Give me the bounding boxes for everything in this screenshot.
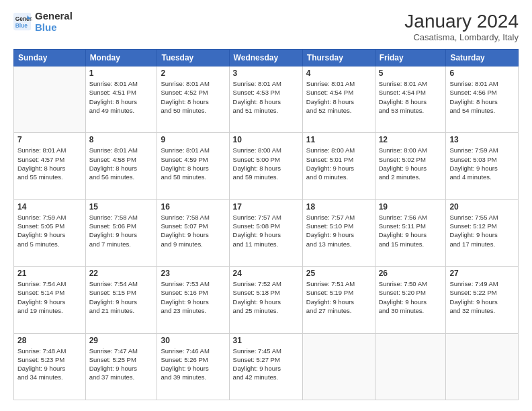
calendar-cell: 16Sunrise: 7:58 AMSunset: 5:07 PMDayligh… (157, 199, 229, 266)
logo-icon: General Blue (13, 13, 32, 32)
calendar-cell: 4Sunrise: 8:01 AMSunset: 4:54 PMDaylight… (302, 66, 375, 133)
calendar-header: Sunday Monday Tuesday Wednesday Thursday… (14, 50, 519, 66)
day-info: Sunrise: 7:46 AMSunset: 5:26 PMDaylight:… (161, 347, 225, 382)
day-number: 20 (449, 202, 515, 212)
day-number: 13 (449, 135, 515, 144)
day-number: 24 (233, 269, 299, 278)
day-info: Sunrise: 7:45 AMSunset: 5:27 PMDaylight:… (233, 347, 299, 382)
calendar-cell (14, 66, 86, 133)
page: General Blue General Blue January 2024 C… (0, 0, 532, 411)
calendar-cell: 12Sunrise: 8:00 AMSunset: 5:02 PMDayligh… (375, 133, 446, 199)
calendar-cell: 20Sunrise: 7:55 AMSunset: 5:12 PMDayligh… (446, 199, 519, 266)
day-info: Sunrise: 8:00 AMSunset: 5:00 PMDaylight:… (233, 146, 299, 181)
day-info: Sunrise: 8:01 AMSunset: 4:59 PMDaylight:… (161, 146, 225, 181)
calendar-cell: 11Sunrise: 8:00 AMSunset: 5:01 PMDayligh… (302, 133, 375, 199)
day-number: 16 (161, 202, 225, 212)
day-info: Sunrise: 7:58 AMSunset: 5:07 PMDaylight:… (161, 213, 225, 248)
calendar-table: Sunday Monday Tuesday Wednesday Thursday… (13, 49, 519, 400)
calendar-cell (302, 333, 375, 400)
day-info: Sunrise: 8:01 AMSunset: 4:58 PMDaylight:… (89, 146, 154, 181)
day-info: Sunrise: 7:54 AMSunset: 5:14 PMDaylight:… (17, 279, 82, 315)
day-number: 28 (17, 336, 82, 345)
day-info: Sunrise: 8:01 AMSunset: 4:54 PMDaylight:… (306, 79, 371, 115)
calendar-cell: 8Sunrise: 8:01 AMSunset: 4:58 PMDaylight… (85, 133, 157, 199)
calendar-cell: 21Sunrise: 7:54 AMSunset: 5:14 PMDayligh… (14, 267, 86, 333)
header-tuesday: Tuesday (157, 50, 229, 66)
day-number: 25 (306, 269, 371, 278)
calendar-cell: 9Sunrise: 8:01 AMSunset: 4:59 PMDaylight… (157, 133, 229, 199)
calendar-cell: 22Sunrise: 7:54 AMSunset: 5:15 PMDayligh… (85, 267, 157, 333)
day-number: 5 (379, 68, 443, 78)
calendar-cell: 14Sunrise: 7:59 AMSunset: 5:05 PMDayligh… (14, 199, 86, 266)
calendar-cell: 6Sunrise: 8:01 AMSunset: 4:56 PMDaylight… (446, 66, 519, 133)
day-info: Sunrise: 7:49 AMSunset: 5:22 PMDaylight:… (449, 279, 515, 315)
calendar-cell: 25Sunrise: 7:51 AMSunset: 5:19 PMDayligh… (302, 267, 375, 333)
calendar-week-3: 14Sunrise: 7:59 AMSunset: 5:05 PMDayligh… (14, 199, 519, 266)
calendar-cell: 30Sunrise: 7:46 AMSunset: 5:26 PMDayligh… (157, 333, 229, 400)
header-saturday: Saturday (446, 50, 519, 66)
calendar-cell: 1Sunrise: 8:01 AMSunset: 4:51 PMDaylight… (85, 66, 157, 133)
day-info: Sunrise: 8:01 AMSunset: 4:54 PMDaylight:… (379, 79, 443, 115)
day-info: Sunrise: 8:01 AMSunset: 4:56 PMDaylight:… (449, 79, 515, 115)
header-wednesday: Wednesday (229, 50, 302, 66)
day-number: 11 (306, 135, 371, 144)
day-number: 1 (89, 68, 154, 78)
day-info: Sunrise: 7:53 AMSunset: 5:16 PMDaylight:… (161, 279, 225, 315)
calendar-week-5: 28Sunrise: 7:48 AMSunset: 5:23 PMDayligh… (14, 333, 519, 400)
calendar-cell: 28Sunrise: 7:48 AMSunset: 5:23 PMDayligh… (14, 333, 86, 400)
calendar-week-2: 7Sunrise: 8:01 AMSunset: 4:57 PMDaylight… (14, 133, 519, 199)
day-number: 7 (17, 135, 82, 144)
header-friday: Friday (375, 50, 446, 66)
day-number: 19 (379, 202, 443, 212)
calendar-cell: 17Sunrise: 7:57 AMSunset: 5:08 PMDayligh… (229, 199, 302, 266)
calendar-cell: 2Sunrise: 8:01 AMSunset: 4:52 PMDaylight… (157, 66, 229, 133)
calendar-cell: 31Sunrise: 7:45 AMSunset: 5:27 PMDayligh… (229, 333, 302, 400)
day-info: Sunrise: 7:59 AMSunset: 5:03 PMDaylight:… (449, 146, 515, 181)
day-info: Sunrise: 7:48 AMSunset: 5:23 PMDaylight:… (17, 347, 82, 382)
day-info: Sunrise: 7:55 AMSunset: 5:12 PMDaylight:… (449, 213, 515, 248)
day-info: Sunrise: 7:47 AMSunset: 5:25 PMDaylight:… (89, 347, 154, 382)
calendar-week-1: 1Sunrise: 8:01 AMSunset: 4:51 PMDaylight… (14, 66, 519, 133)
day-info: Sunrise: 7:57 AMSunset: 5:08 PMDaylight:… (233, 213, 299, 248)
day-number: 12 (379, 135, 443, 144)
calendar-week-4: 21Sunrise: 7:54 AMSunset: 5:14 PMDayligh… (14, 267, 519, 333)
day-number: 21 (17, 269, 82, 278)
day-number: 31 (233, 336, 299, 345)
calendar-cell (446, 333, 519, 400)
header-thursday: Thursday (302, 50, 375, 66)
day-number: 27 (449, 269, 515, 278)
day-info: Sunrise: 8:01 AMSunset: 4:57 PMDaylight:… (17, 146, 82, 181)
svg-text:Blue: Blue (15, 22, 28, 29)
day-number: 2 (161, 68, 225, 78)
day-number: 10 (233, 135, 299, 144)
day-number: 14 (17, 202, 82, 212)
day-info: Sunrise: 8:00 AMSunset: 5:01 PMDaylight:… (306, 146, 371, 181)
day-number: 9 (161, 135, 225, 144)
day-number: 30 (161, 336, 225, 345)
location: Casatisma, Lombardy, Italy (404, 32, 519, 42)
calendar-cell: 18Sunrise: 7:57 AMSunset: 5:10 PMDayligh… (302, 199, 375, 266)
calendar-cell: 24Sunrise: 7:52 AMSunset: 5:18 PMDayligh… (229, 267, 302, 333)
day-number: 26 (379, 269, 443, 278)
day-info: Sunrise: 7:54 AMSunset: 5:15 PMDaylight:… (89, 279, 154, 315)
calendar-cell: 5Sunrise: 8:01 AMSunset: 4:54 PMDaylight… (375, 66, 446, 133)
day-info: Sunrise: 8:00 AMSunset: 5:02 PMDaylight:… (379, 146, 443, 181)
calendar-cell (375, 333, 446, 400)
header-sunday: Sunday (14, 50, 86, 66)
day-number: 29 (89, 336, 154, 345)
calendar-cell: 27Sunrise: 7:49 AMSunset: 5:22 PMDayligh… (446, 267, 519, 333)
day-info: Sunrise: 8:01 AMSunset: 4:53 PMDaylight:… (233, 79, 299, 115)
day-number: 4 (306, 68, 371, 78)
day-info: Sunrise: 7:59 AMSunset: 5:05 PMDaylight:… (17, 213, 82, 248)
day-info: Sunrise: 7:58 AMSunset: 5:06 PMDaylight:… (89, 213, 154, 248)
day-number: 15 (89, 202, 154, 212)
day-info: Sunrise: 7:50 AMSunset: 5:20 PMDaylight:… (379, 279, 443, 315)
day-number: 18 (306, 202, 371, 212)
calendar-cell: 26Sunrise: 7:50 AMSunset: 5:20 PMDayligh… (375, 267, 446, 333)
calendar-body: 1Sunrise: 8:01 AMSunset: 4:51 PMDaylight… (14, 66, 519, 400)
month-year: January 2024 (404, 11, 519, 32)
title-block: January 2024 Casatisma, Lombardy, Italy (404, 11, 519, 42)
logo: General Blue General Blue (13, 11, 73, 33)
day-number: 6 (449, 68, 515, 78)
day-info: Sunrise: 7:56 AMSunset: 5:11 PMDaylight:… (379, 213, 443, 248)
